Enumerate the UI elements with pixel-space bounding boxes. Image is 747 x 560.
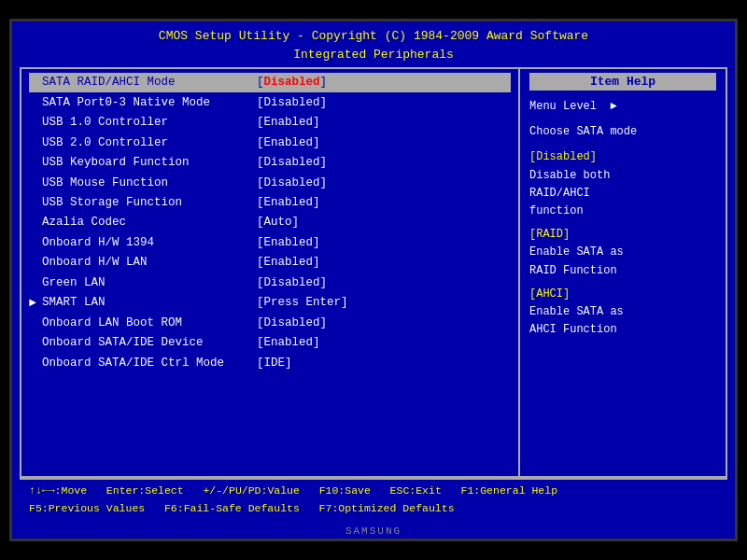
menu-row-14[interactable]: Onboard SATA/IDE Ctrl Mode[IDE] (29, 353, 511, 372)
footer: ↑↓←→:Move Enter:Select +/-/PU/PD:Value F… (20, 478, 727, 520)
choose-sata-label: Choose SATA mode (529, 123, 716, 141)
row-value-3: [Enabled] (257, 133, 320, 153)
row-label-10: Green LAN (42, 273, 257, 293)
left-panel: SATA RAID/AHCI Mode[Disabled] SATA Port0… (21, 69, 520, 476)
row-arrow-3 (29, 133, 42, 152)
row-arrow-7 (29, 213, 42, 232)
right-panel-content: Menu Level ► Choose SATA mode [Disabled]… (529, 98, 716, 339)
row-arrow-13 (29, 333, 42, 353)
row-label-6: USB Storage Function (42, 193, 257, 213)
menu-row-8[interactable]: Onboard H/W 1394[Enabled] (29, 233, 511, 253)
row-value-12: [Disabled] (257, 314, 327, 333)
row-label-0: SATA RAID/AHCI Mode (42, 73, 257, 92)
row-label-1: SATA Port0-3 Native Mode (42, 93, 257, 113)
row-arrow-10 (29, 273, 42, 292)
footer-line2: F5:Previous Values F6:Fail-Safe Defaults… (29, 500, 718, 517)
row-arrow-5 (29, 173, 42, 192)
row-value-10: [Disabled] (257, 273, 327, 293)
menu-row-1[interactable]: SATA Port0-3 Native Mode[Disabled] (29, 92, 511, 112)
row-value-4: [Disabled] (257, 153, 327, 173)
title-bar: CMOS Setup Utility - Copyright (C) 1984-… (12, 21, 735, 67)
row-label-7: Azalia Codec (42, 213, 257, 232)
row-label-5: USB Mouse Function (42, 174, 257, 193)
menu-row-5[interactable]: USB Mouse Function[Disabled] (29, 173, 511, 192)
row-value-13: [Enabled] (257, 333, 320, 353)
row-arrow-6 (29, 193, 42, 213)
menu-row-2[interactable]: USB 1.0 Controller[Enabled] (29, 113, 511, 133)
menu-row-6[interactable]: USB Storage Function[Enabled] (29, 193, 511, 213)
row-label-13: Onboard SATA/IDE Device (42, 333, 257, 353)
row-arrow-8 (29, 233, 42, 253)
row-label-4: USB Keyboard Function (42, 153, 257, 173)
menu-row-7[interactable]: Azalia Codec[Auto] (29, 213, 511, 232)
row-value-9: [Enabled] (257, 253, 320, 273)
menu-row-12[interactable]: Onboard LAN Boot ROM[Disabled] (29, 313, 511, 332)
row-label-3: USB 2.0 Controller (42, 133, 257, 153)
menu-row-3[interactable]: USB 2.0 Controller[Enabled] (29, 133, 511, 152)
title-line1: CMOS Setup Utility - Copyright (C) 1984-… (12, 27, 735, 46)
row-value-14: [IDE] (257, 354, 292, 373)
row-label-2: USB 1.0 Controller (42, 113, 257, 133)
menu-level: Menu Level ► (529, 98, 716, 116)
brand-bar: SAMSUNG (12, 524, 735, 539)
option-ahci: [AHCI] Enable SATA as AHCI Function (529, 286, 716, 340)
menu-row-10[interactable]: Green LAN[Disabled] (29, 273, 511, 292)
row-value-7: [Auto] (257, 213, 299, 232)
menu-row-0[interactable]: SATA RAID/AHCI Mode[Disabled] (29, 73, 511, 92)
row-label-11: SMART LAN (42, 293, 257, 313)
row-label-12: Onboard LAN Boot ROM (42, 314, 257, 333)
menu-row-4[interactable]: USB Keyboard Function[Disabled] (29, 153, 511, 173)
row-arrow-1 (29, 92, 42, 112)
value-red-0: Disabled (264, 76, 320, 89)
option-raid: [RAID] Enable SATA as RAID Function (529, 226, 716, 280)
row-arrow-12 (29, 313, 42, 332)
row-value-5: [Disabled] (257, 174, 327, 193)
row-arrow-14 (29, 353, 42, 372)
option-disabled: [Disabled] Disable both RAID/AHCI functi… (529, 148, 716, 220)
content-area: SATA RAID/AHCI Mode[Disabled] SATA Port0… (20, 67, 727, 478)
item-help-title: Item Help (529, 73, 716, 91)
footer-line1: ↑↓←→:Move Enter:Select +/-/PU/PD:Value F… (29, 483, 718, 499)
row-label-9: Onboard H/W LAN (42, 253, 257, 273)
row-label-8: Onboard H/W 1394 (42, 233, 257, 253)
row-label-14: Onboard SATA/IDE Ctrl Mode (42, 354, 257, 373)
row-arrow-11: ► (29, 293, 42, 313)
right-panel: Item Help Menu Level ► Choose SATA mode … (520, 69, 726, 476)
row-value-11: [Press Enter] (257, 293, 348, 313)
title-line2: Integrated Peripherals (12, 46, 735, 64)
row-value-8: [Enabled] (257, 233, 320, 253)
menu-row-9[interactable]: Onboard H/W LAN[Enabled] (29, 253, 511, 273)
row-arrow-0 (29, 73, 42, 92)
brand-label: SAMSUNG (345, 525, 402, 537)
row-value-2: [Enabled] (257, 113, 320, 133)
row-arrow-9 (29, 253, 42, 273)
row-value-6: [Enabled] (257, 193, 320, 213)
row-value-1: [Disabled] (257, 93, 327, 113)
menu-row-11[interactable]: ►SMART LAN[Press Enter] (29, 293, 511, 313)
menu-row-13[interactable]: Onboard SATA/IDE Device[Enabled] (29, 333, 511, 353)
row-arrow-4 (29, 153, 42, 173)
row-arrow-2 (29, 113, 42, 133)
